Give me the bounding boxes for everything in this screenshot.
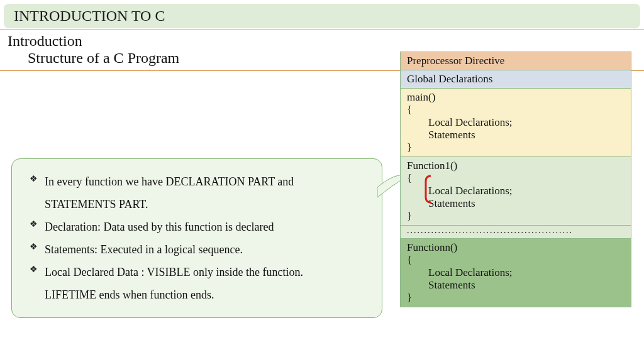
slide-title: INTRODUCTION TO C (14, 8, 165, 24)
bullet-4-cont: LIFETIME ends when function ends. (30, 283, 368, 306)
ellipsis-row: ........................................… (401, 226, 631, 239)
function1-block: Function1() { Local Declarations; Statem… (401, 157, 631, 226)
heading: Introduction (8, 33, 636, 50)
functionn-block: Functionn() { Local Declarations; Statem… (401, 239, 631, 307)
bullet-2: Declaration: Data used by this function … (30, 216, 368, 238)
main-fn-block: main() { Local Declarations; Statements … (401, 89, 631, 157)
bullet-4: Local Declared Data : VISIBLE only insid… (30, 261, 368, 283)
globals-row: Global Declarations (401, 70, 631, 89)
slide-title-bar: INTRODUCTION TO C (4, 4, 640, 28)
bullet-1-cont: STATEMENTS PART. (30, 193, 368, 216)
preprocessor-row: Preprocessor Directive (401, 52, 631, 70)
bullet-3: Statements: Executed in a logical sequen… (30, 238, 368, 261)
bullet-1: In every function we have DECLARATION PA… (30, 170, 368, 193)
callout-box: In every function we have DECLARATION PA… (11, 158, 382, 318)
program-structure-diagram: Preprocessor Directive Global Declaratio… (400, 52, 631, 307)
